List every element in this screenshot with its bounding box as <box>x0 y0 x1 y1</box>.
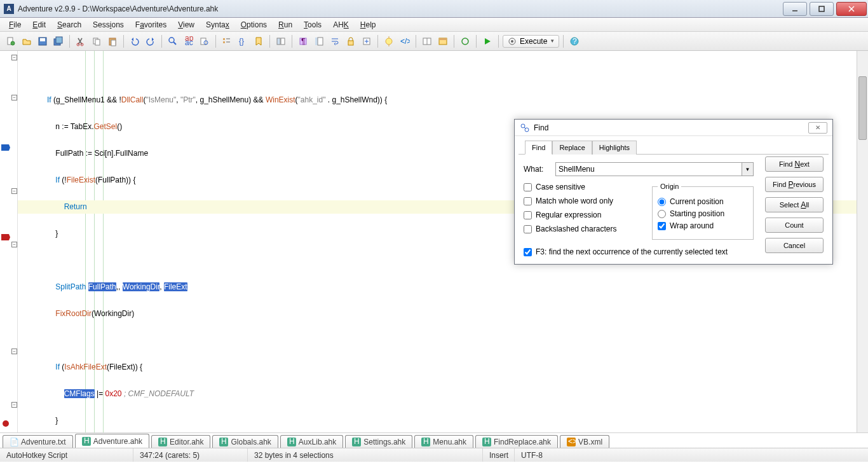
file-tab[interactable]: HAdventure.ahk <box>75 434 149 448</box>
menu-run[interactable]: Run <box>273 19 297 31</box>
func-list-icon[interactable] <box>220 34 234 48</box>
open-file-icon[interactable] <box>20 34 34 48</box>
editor-area: − − − − − − If (g_ShellMenu1 && !DllCall… <box>0 51 868 432</box>
svg-point-50 <box>511 40 513 43</box>
gutter[interactable]: − − − − − − <box>0 51 18 432</box>
svg-point-55 <box>3 420 9 427</box>
titlebar: A Adventure v2.9.9 - D:\Workspace\Advent… <box>0 0 868 18</box>
find-icon[interactable] <box>166 34 180 48</box>
menu-favorites[interactable]: Favorites <box>130 19 172 31</box>
replace-icon[interactable]: abac <box>182 34 196 48</box>
maximize-button[interactable] <box>810 2 834 16</box>
find-files-icon[interactable] <box>198 34 212 48</box>
svg-rect-17 <box>111 40 116 46</box>
fold-marker[interactable]: − <box>11 55 17 60</box>
symbol-icon[interactable]: {} <box>236 34 250 48</box>
fold-icon[interactable] <box>360 34 374 48</box>
copy-icon[interactable] <box>90 34 104 48</box>
ahk-icon: H <box>482 438 491 446</box>
svg-rect-53 <box>1 144 9 151</box>
bookmark-icon[interactable] <box>252 34 266 48</box>
fold-marker[interactable]: − <box>11 349 17 354</box>
app-icon: A <box>4 4 14 14</box>
file-tab[interactable]: HAuxLib.ahk <box>280 435 343 448</box>
execute-dropdown[interactable]: Execute ▼ <box>503 35 559 48</box>
status-selection: 32 bytes in 4 selections <box>248 448 483 462</box>
menu-ahk[interactable]: AHK <box>328 19 354 31</box>
fold-marker[interactable]: − <box>11 188 17 194</box>
fold-marker[interactable]: − <box>11 402 17 408</box>
svg-text:<>: <> <box>568 438 576 446</box>
menu-sessions[interactable]: Sessions <box>88 19 129 31</box>
what-label: What: <box>524 165 555 174</box>
svg-rect-30 <box>281 38 285 45</box>
svg-rect-22 <box>201 38 206 45</box>
brace-match-icon[interactable]: </> <box>398 34 412 48</box>
svg-point-18 <box>169 38 174 43</box>
wrap-icon[interactable] <box>328 34 342 48</box>
menu-edit[interactable]: Edit <box>27 19 51 31</box>
file-tab[interactable]: HEditor.ahk <box>151 435 210 448</box>
explorer-icon[interactable] <box>274 34 288 48</box>
svg-text:H: H <box>484 438 490 446</box>
svg-rect-33 <box>315 38 318 45</box>
fold-marker[interactable]: − <box>11 95 17 100</box>
svg-point-48 <box>462 38 468 45</box>
close-button[interactable] <box>836 2 867 16</box>
refresh-icon[interactable] <box>458 34 472 48</box>
ahk-icon: H <box>219 438 228 446</box>
file-tab[interactable]: HSettings.ahk <box>345 435 412 448</box>
menu-help[interactable]: Help <box>355 19 381 31</box>
svg-text:H: H <box>84 437 90 445</box>
redo-icon[interactable] <box>144 34 158 48</box>
whitespace-icon[interactable]: ¶ <box>296 34 310 48</box>
menu-syntax[interactable]: Syntax <box>201 19 234 31</box>
vertical-scrollbar[interactable] <box>857 51 868 432</box>
highlight-icon[interactable] <box>382 34 396 48</box>
svg-text:ac: ac <box>185 38 193 46</box>
status-encoding: UTF-8 <box>515 448 868 462</box>
svg-text:H: H <box>160 438 166 446</box>
marker-blue[interactable] <box>1 144 10 152</box>
svg-rect-1 <box>819 6 824 11</box>
svg-rect-24 <box>223 38 225 40</box>
menu-file[interactable]: File <box>4 19 26 31</box>
run-icon[interactable] <box>480 34 494 48</box>
file-tab[interactable]: 📄Adventure.txt <box>3 435 73 448</box>
fold-marker[interactable]: − <box>11 242 17 247</box>
menu-view[interactable]: View <box>173 19 200 31</box>
paste-icon[interactable] <box>105 34 119 48</box>
svg-rect-26 <box>223 41 225 43</box>
menu-tools[interactable]: Tools <box>299 19 327 31</box>
cut-icon[interactable] <box>74 34 88 48</box>
readonly-icon[interactable] <box>344 34 358 48</box>
marker-red[interactable] <box>1 234 10 242</box>
help-icon[interactable]: ? <box>567 34 581 48</box>
find-dialog: Find ✕ Find Replace Highlights What: ▼ C… <box>514 119 833 265</box>
file-tab[interactable]: HGlobals.ahk <box>212 435 278 448</box>
svg-rect-54 <box>1 234 9 240</box>
new-window-icon[interactable] <box>436 34 450 48</box>
menubar: File Edit Search Sessions Favorites View… <box>0 18 868 32</box>
save-icon[interactable] <box>36 34 50 48</box>
linenum-icon[interactable] <box>312 34 326 48</box>
svg-text:¶: ¶ <box>301 37 305 46</box>
new-file-icon[interactable] <box>4 34 18 48</box>
file-tab[interactable]: HFindReplace.ahk <box>475 435 558 448</box>
svg-text:H: H <box>423 438 429 446</box>
svg-rect-7 <box>40 38 45 41</box>
menu-options[interactable]: Options <box>236 19 272 31</box>
svg-text:H: H <box>354 438 360 446</box>
breakpoint[interactable] <box>1 420 10 427</box>
svg-text:{}: {} <box>239 37 244 46</box>
ahk-icon: H <box>352 438 361 446</box>
file-tab[interactable]: HMenu.ahk <box>414 435 473 448</box>
minimize-button[interactable] <box>783 2 807 16</box>
svg-text:H: H <box>289 438 295 446</box>
svg-rect-36 <box>348 41 353 45</box>
menu-search[interactable]: Search <box>52 19 86 31</box>
file-tab[interactable]: <>VB.xml <box>560 435 609 448</box>
undo-icon[interactable] <box>128 34 142 48</box>
save-all-icon[interactable] <box>51 34 65 48</box>
split-icon[interactable] <box>420 34 434 48</box>
